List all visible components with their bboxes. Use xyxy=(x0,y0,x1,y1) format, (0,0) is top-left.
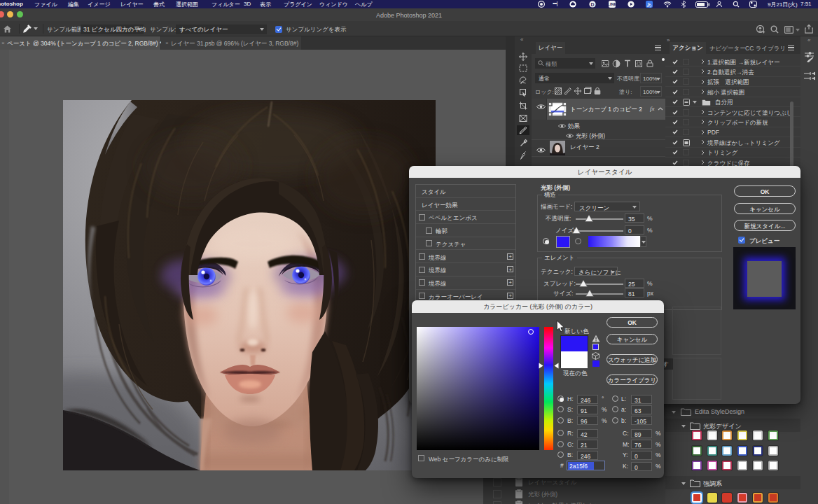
svg-text:LINE: LINE xyxy=(609,2,616,6)
svg-text:D: D xyxy=(590,2,594,7)
svg-text:あ: あ xyxy=(646,2,651,8)
